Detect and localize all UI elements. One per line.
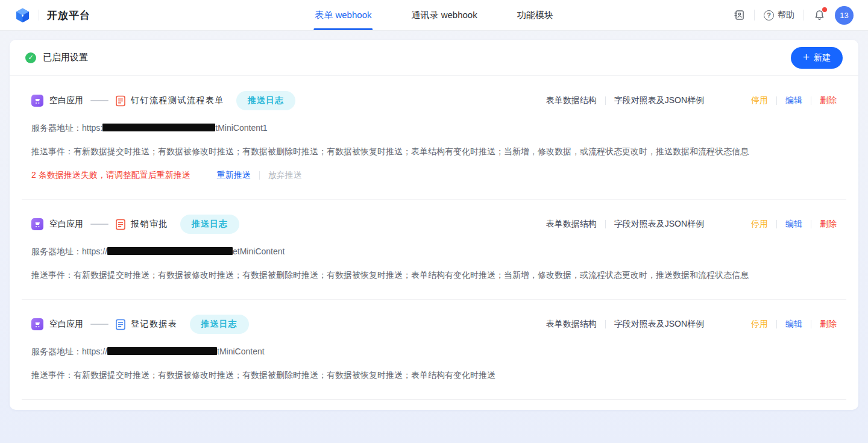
link-separator: [811, 320, 811, 328]
form-name: 登记数据表: [131, 319, 178, 330]
field-mapping-json-link[interactable]: 字段对照表及JSON样例: [614, 319, 704, 330]
server-address-line: 服务器地址：https:tMiniContent1: [31, 123, 837, 134]
notification-bell-icon[interactable]: [813, 9, 826, 22]
app-label: 空白应用: [49, 219, 83, 230]
header-actions: ? 帮助 13: [733, 6, 854, 25]
disable-link[interactable]: 停用: [751, 95, 768, 106]
form-data-structure-link[interactable]: 表单数据结构: [546, 95, 597, 106]
webhook-entry: 空白应用 钉钉流程测试流程表单 推送日志 表单数据结构 字段对照表及JSON样例…: [22, 76, 846, 200]
link-separator: [776, 96, 777, 105]
brand-area: 开放平台: [14, 7, 90, 24]
plus-icon: +: [803, 51, 810, 63]
field-mapping-json-link[interactable]: 字段对照表及JSON样例: [614, 95, 704, 106]
retry-push-link[interactable]: 重新推送: [217, 170, 251, 181]
status-title: 已启用设置: [43, 52, 88, 63]
edit-link[interactable]: 编辑: [785, 95, 802, 106]
push-failure-row: 2 条数据推送失败，请调整配置后重新推送 重新推送 放弃推送: [31, 170, 837, 181]
webhook-settings-card: ✓ 已启用设置 + 新建 空白应用 钉钉流程测试流程表单 推送日志: [10, 40, 858, 410]
link-separator: [605, 220, 606, 228]
form-doc-icon: [116, 319, 125, 330]
webhook-entry: 空白应用 报销审批 推送日志 表单数据结构 字段对照表及JSON样例 停用: [22, 200, 846, 300]
delete-link[interactable]: 删除: [820, 319, 837, 330]
enabled-status: ✓ 已启用设置: [25, 52, 88, 63]
address-book-icon[interactable]: [733, 9, 745, 21]
form-data-structure-link[interactable]: 表单数据结构: [546, 219, 597, 230]
link-separator: [605, 320, 606, 328]
form-name: 报销审批: [131, 219, 168, 230]
data-links-group: 表单数据结构 字段对照表及JSON样例: [546, 319, 704, 330]
disable-link[interactable]: 停用: [751, 319, 768, 330]
redacted-url-segment: [107, 247, 233, 255]
tab-function-modules[interactable]: 功能模块: [517, 0, 553, 30]
entry-header-row: 空白应用 登记数据表 推送日志 表单数据结构 字段对照表及JSON样例 停用: [31, 315, 837, 334]
push-log-badge[interactable]: 推送日志: [180, 215, 239, 234]
form-name: 钉钉流程测试流程表单: [131, 95, 224, 106]
link-separator: [811, 96, 811, 105]
delete-link[interactable]: 删除: [820, 95, 837, 106]
data-links-group: 表单数据结构 字段对照表及JSON样例: [546, 219, 704, 230]
push-events-line: 推送事件：有新数据提交时推送；有数据被修改时推送；有数据被删除时推送；有数据被恢…: [31, 146, 837, 157]
check-circle-icon: ✓: [25, 52, 36, 63]
form-doc-icon: [116, 219, 125, 230]
server-address-line: 服务器地址：https://tMiniContent: [31, 347, 837, 357]
push-events-line: 推送事件：有新数据提交时推送；有数据被修改时推送；有数据被删除时推送；有数据被恢…: [31, 370, 837, 381]
app-label: 空白应用: [49, 319, 83, 330]
dash-connector: [90, 224, 108, 225]
user-avatar[interactable]: 13: [835, 6, 854, 25]
app-icon: [31, 318, 43, 330]
redacted-url-segment: [107, 347, 217, 355]
top-navigation-bar: 开放平台 表单 webhook 通讯录 webhook 功能模块 ? 帮助: [0, 0, 868, 31]
entry-actions: 表单数据结构 字段对照表及JSON样例 停用 编辑 删除: [546, 219, 837, 230]
main-tabs: 表单 webhook 通讯录 webhook 功能模块: [315, 0, 553, 30]
header-divider: [804, 10, 804, 20]
edit-link[interactable]: 编辑: [785, 219, 802, 230]
page-title: 开放平台: [47, 8, 90, 22]
delete-link[interactable]: 删除: [820, 219, 837, 230]
push-log-badge[interactable]: 推送日志: [236, 91, 295, 110]
notification-dot: [822, 7, 827, 12]
entry-actions: 表单数据结构 字段对照表及JSON样例 停用 编辑 删除: [546, 95, 837, 106]
entry-actions: 表单数据结构 字段对照表及JSON样例 停用 编辑 删除: [546, 319, 837, 330]
dash-connector: [90, 100, 108, 101]
webhook-entry: 空白应用 登记数据表 推送日志 表单数据结构 字段对照表及JSON样例 停用: [22, 300, 846, 400]
app-icon: [31, 95, 43, 107]
tab-contacts-webhook[interactable]: 通讯录 webhook: [412, 0, 477, 30]
help-label: 帮助: [778, 10, 794, 20]
card-header: ✓ 已启用设置 + 新建: [10, 40, 858, 76]
entry-header-row: 空白应用 报销审批 推送日志 表单数据结构 字段对照表及JSON样例 停用: [31, 215, 837, 234]
header-divider: [754, 10, 755, 20]
link-separator: [776, 320, 777, 328]
link-separator: [259, 171, 260, 180]
link-separator: [776, 220, 777, 228]
help-button[interactable]: ? 帮助: [764, 10, 794, 20]
cube-logo-icon: [14, 7, 31, 24]
form-data-structure-link[interactable]: 表单数据结构: [546, 319, 597, 330]
abandon-push-link[interactable]: 放弃推送: [268, 170, 302, 181]
app-label: 空白应用: [49, 95, 83, 106]
dash-connector: [90, 324, 108, 325]
tab-form-webhook[interactable]: 表单 webhook: [315, 0, 371, 30]
entry-header-row: 空白应用 钉钉流程测试流程表单 推送日志 表单数据结构 字段对照表及JSON样例…: [31, 91, 837, 110]
link-separator: [811, 220, 811, 228]
create-new-button[interactable]: + 新建: [791, 47, 843, 69]
webhook-entry-list: 空白应用 钉钉流程测试流程表单 推送日志 表单数据结构 字段对照表及JSON样例…: [10, 76, 858, 400]
field-mapping-json-link[interactable]: 字段对照表及JSON样例: [614, 219, 704, 230]
redacted-url-segment: [102, 124, 215, 131]
push-failure-message: 2 条数据推送失败，请调整配置后重新推送: [31, 170, 190, 181]
push-log-badge[interactable]: 推送日志: [190, 315, 249, 334]
app-icon: [31, 218, 43, 230]
server-address-line: 服务器地址：https://etMiniContent: [31, 247, 837, 257]
link-separator: [605, 96, 606, 105]
disable-link[interactable]: 停用: [751, 219, 768, 230]
edit-link[interactable]: 编辑: [785, 319, 802, 330]
form-doc-icon: [116, 95, 125, 107]
question-circle-icon: ?: [764, 10, 774, 20]
data-links-group: 表单数据结构 字段对照表及JSON样例: [546, 95, 704, 106]
push-events-line: 推送事件：有新数据提交时推送；有数据被修改时推送；有数据被删除时推送；有数据被恢…: [31, 270, 837, 281]
header-divider: [39, 10, 39, 20]
